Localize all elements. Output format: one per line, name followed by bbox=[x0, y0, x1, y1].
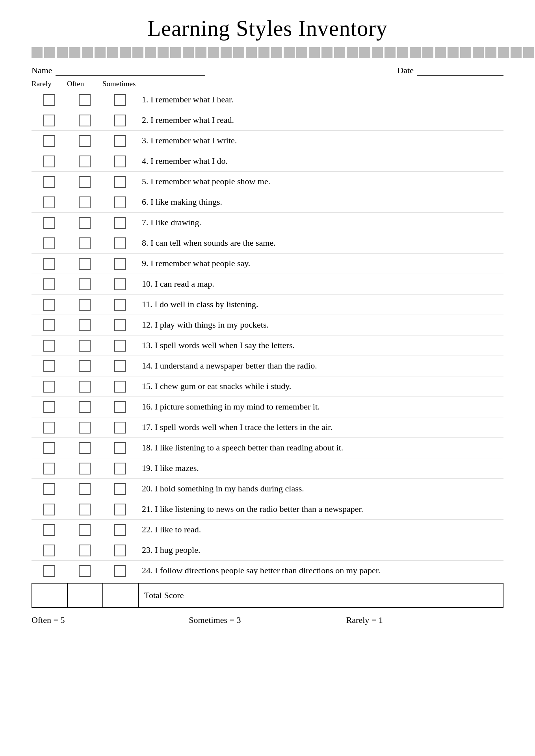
checkbox-sometimes-2[interactable] bbox=[114, 115, 126, 126]
checkbox-rarely-11[interactable] bbox=[43, 299, 55, 311]
question-row-1: 1. I remember what I hear. bbox=[32, 90, 503, 110]
questions-container: 1. I remember what I hear.2. I remember … bbox=[32, 90, 503, 581]
checkbox-sometimes-20[interactable] bbox=[114, 483, 126, 495]
checkbox-rarely-6[interactable] bbox=[43, 196, 55, 208]
checkbox-sometimes-19[interactable] bbox=[114, 463, 126, 474]
checkbox-rarely-4[interactable] bbox=[43, 156, 55, 167]
checkbox-often-23[interactable] bbox=[79, 545, 91, 556]
question-text-4: 4. I remember what I do. bbox=[138, 155, 503, 167]
checkbox-often-6[interactable] bbox=[79, 196, 91, 208]
checkbox-often-3[interactable] bbox=[79, 135, 91, 147]
question-row-14: 14. I understand a newspaper better than… bbox=[32, 356, 503, 376]
checkbox-rarely-21[interactable] bbox=[43, 504, 55, 515]
checkbox-sometimes-13[interactable] bbox=[114, 340, 126, 352]
checkbox-sometimes-12[interactable] bbox=[114, 319, 126, 331]
checkbox-rarely-15[interactable] bbox=[43, 381, 55, 393]
question-text-16: 16. I picture something in my mind to re… bbox=[138, 401, 503, 413]
question-text-6: 6. I like making things. bbox=[138, 196, 503, 208]
checkbox-sometimes-6[interactable] bbox=[114, 196, 126, 208]
date-input[interactable] bbox=[417, 66, 503, 76]
checkbox-sometimes-22[interactable] bbox=[114, 524, 126, 536]
checkbox-often-15[interactable] bbox=[79, 381, 91, 393]
checkbox-often-9[interactable] bbox=[79, 258, 91, 270]
checkbox-rarely-12[interactable] bbox=[43, 319, 55, 331]
question-row-19: 19. I like mazes. bbox=[32, 458, 503, 479]
question-row-20: 20. I hold something in my hands during … bbox=[32, 479, 503, 499]
question-row-21: 21. I like listening to news on the radi… bbox=[32, 499, 503, 520]
question-text-1: 1. I remember what I hear. bbox=[138, 94, 503, 106]
checkbox-rarely-7[interactable] bbox=[43, 217, 55, 229]
checkbox-sometimes-7[interactable] bbox=[114, 217, 126, 229]
checkbox-often-22[interactable] bbox=[79, 524, 91, 536]
checkbox-often-14[interactable] bbox=[79, 360, 91, 372]
checkbox-sometimes-17[interactable] bbox=[114, 422, 126, 434]
question-text-22: 22. I like to read. bbox=[138, 524, 503, 536]
checkbox-rarely-24[interactable] bbox=[43, 565, 55, 577]
checkbox-rarely-8[interactable] bbox=[43, 237, 55, 249]
checkbox-rarely-2[interactable] bbox=[43, 115, 55, 126]
checkbox-often-11[interactable] bbox=[79, 299, 91, 311]
header-rarely: Rarely bbox=[32, 80, 67, 88]
checkbox-rarely-16[interactable] bbox=[43, 401, 55, 413]
checkbox-often-24[interactable] bbox=[79, 565, 91, 577]
checkbox-often-12[interactable] bbox=[79, 319, 91, 331]
total-label: Total Score bbox=[139, 584, 503, 607]
checkbox-sometimes-1[interactable] bbox=[114, 94, 126, 106]
checkbox-often-7[interactable] bbox=[79, 217, 91, 229]
checkbox-sometimes-9[interactable] bbox=[114, 258, 126, 270]
checkbox-rarely-3[interactable] bbox=[43, 135, 55, 147]
checkbox-often-16[interactable] bbox=[79, 401, 91, 413]
checkbox-sometimes-15[interactable] bbox=[114, 381, 126, 393]
checkbox-sometimes-14[interactable] bbox=[114, 360, 126, 372]
checkbox-rarely-22[interactable] bbox=[43, 524, 55, 536]
name-label: Name bbox=[32, 65, 52, 76]
checkbox-rarely-9[interactable] bbox=[43, 258, 55, 270]
question-row-7: 7. I like drawing. bbox=[32, 213, 503, 233]
checkbox-sometimes-24[interactable] bbox=[114, 565, 126, 577]
checkbox-often-8[interactable] bbox=[79, 237, 91, 249]
checkbox-often-18[interactable] bbox=[79, 442, 91, 454]
checkbox-often-20[interactable] bbox=[79, 483, 91, 495]
checkbox-sometimes-3[interactable] bbox=[114, 135, 126, 147]
checkbox-often-4[interactable] bbox=[79, 156, 91, 167]
checkbox-rarely-17[interactable] bbox=[43, 422, 55, 434]
checkbox-often-17[interactable] bbox=[79, 422, 91, 434]
checkbox-sometimes-11[interactable] bbox=[114, 299, 126, 311]
checkbox-sometimes-16[interactable] bbox=[114, 401, 126, 413]
checkbox-often-10[interactable] bbox=[79, 278, 91, 290]
checkbox-often-1[interactable] bbox=[79, 94, 91, 106]
checkbox-sometimes-18[interactable] bbox=[114, 442, 126, 454]
question-text-7: 7. I like drawing. bbox=[138, 217, 503, 229]
checkbox-rarely-18[interactable] bbox=[43, 442, 55, 454]
checkbox-rarely-20[interactable] bbox=[43, 483, 55, 495]
checkbox-often-19[interactable] bbox=[79, 463, 91, 474]
checkbox-rarely-1[interactable] bbox=[43, 94, 55, 106]
checkbox-rarely-14[interactable] bbox=[43, 360, 55, 372]
decorative-border: // Generate squares const border = docum… bbox=[32, 47, 503, 58]
checkbox-sometimes-5[interactable] bbox=[114, 176, 126, 188]
name-input[interactable] bbox=[56, 66, 205, 76]
question-text-9: 9. I remember what people say. bbox=[138, 258, 503, 270]
checkbox-often-13[interactable] bbox=[79, 340, 91, 352]
question-row-15: 15. I chew gum or eat snacks while i stu… bbox=[32, 376, 503, 397]
checkbox-often-2[interactable] bbox=[79, 115, 91, 126]
checkbox-rarely-13[interactable] bbox=[43, 340, 55, 352]
checkbox-often-21[interactable] bbox=[79, 504, 91, 515]
checkbox-rarely-5[interactable] bbox=[43, 176, 55, 188]
total-cell-sometimes bbox=[103, 584, 139, 607]
question-text-2: 2. I remember what I read. bbox=[138, 114, 503, 126]
checkbox-often-5[interactable] bbox=[79, 176, 91, 188]
column-headers: Rarely Often Sometimes bbox=[32, 80, 503, 88]
checkbox-sometimes-8[interactable] bbox=[114, 237, 126, 249]
scoring-rarely: Rarely = 1 bbox=[346, 615, 503, 625]
date-field-row: Date bbox=[397, 65, 503, 76]
checkbox-sometimes-23[interactable] bbox=[114, 545, 126, 556]
checkbox-rarely-23[interactable] bbox=[43, 545, 55, 556]
checkbox-sometimes-10[interactable] bbox=[114, 278, 126, 290]
checkbox-rarely-10[interactable] bbox=[43, 278, 55, 290]
question-text-15: 15. I chew gum or eat snacks while i stu… bbox=[138, 380, 503, 393]
checkbox-sometimes-4[interactable] bbox=[114, 156, 126, 167]
header-sometimes: Sometimes bbox=[102, 80, 138, 88]
checkbox-rarely-19[interactable] bbox=[43, 463, 55, 474]
checkbox-sometimes-21[interactable] bbox=[114, 504, 126, 515]
